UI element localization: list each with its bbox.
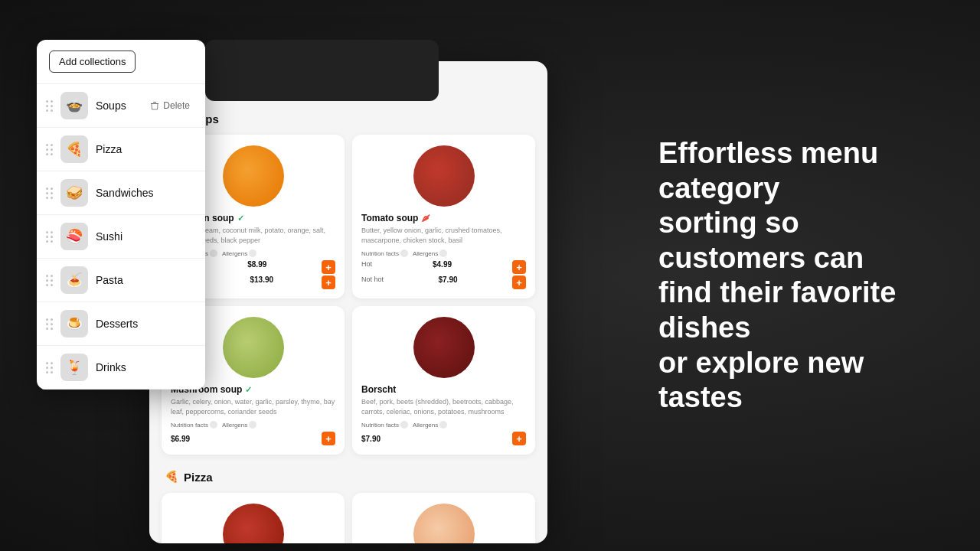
collection-name-soups: Soups (96, 99, 136, 112)
size-price: $13.90 (250, 276, 273, 289)
collection-item-sushi[interactable]: 🍣Sushi (37, 215, 205, 259)
food-image-pumpkin-soup (223, 145, 284, 207)
add-to-cart-button[interactable]: + (322, 432, 335, 445)
svg-rect-0 (151, 103, 158, 104)
collections-list: 🍲SoupsDelete🍕Pizza🥪Sandwiches🍣Sushi🍝Past… (37, 84, 205, 390)
size-price: $8.99 (247, 260, 266, 274)
collection-emoji-pasta: 🍝 (60, 266, 88, 294)
collection-name-sushi: Sushi (96, 230, 196, 243)
collection-emoji-sushi: 🍣 (60, 223, 88, 250)
size-price: $7.90 (439, 276, 458, 289)
collection-item-soups[interactable]: 🍲SoupsDelete (37, 84, 205, 128)
collection-item-desserts[interactable]: 🍮Desserts (37, 302, 205, 346)
menu-item-borscht: BorschtBeef, pork, beets (shredded), bee… (352, 306, 535, 455)
allergens: Allergens (222, 421, 256, 429)
panel-header: Add collections (37, 40, 205, 84)
menu-item-tomato-soup: Tomato soup 🌶Butter, yellow onion, garli… (352, 135, 535, 298)
food-image-tomato-soup (413, 145, 475, 207)
size-label: Hot (361, 260, 372, 274)
tagline-line3: find their favorite dishes (658, 276, 896, 344)
size-options: Hot$4.99+Not hot$7.90+ (361, 260, 526, 289)
food-img-wrap (352, 135, 535, 213)
collection-name-drinks: Drinks (96, 361, 196, 373)
item-name: Borscht (361, 384, 526, 395)
spicy-icon: 🌶 (421, 214, 430, 223)
price-row: $7.90+ (361, 432, 526, 445)
veg-icon: ✓ (237, 214, 244, 223)
size-label: Not hot (361, 276, 384, 289)
collection-emoji-sandwiches: 🥪 (60, 179, 88, 207)
collection-emoji-pizza: 🍕 (60, 135, 88, 163)
food-image-pepperoni (223, 504, 284, 543)
add-to-cart-button[interactable]: + (322, 260, 335, 274)
nutrition-row: Nutrition facts Allergens (361, 421, 526, 429)
menu-content: 🍲SoupsPumpkin soup ✓Pumpkin cream, cocon… (149, 104, 547, 543)
add-to-cart-button[interactable]: + (512, 260, 526, 274)
drag-handle (46, 100, 53, 112)
nutrition-facts: Nutrition facts (361, 249, 408, 257)
food-image-margarita (413, 504, 475, 543)
item-description: Butter, yellow onion, garlic, crushed to… (361, 226, 526, 245)
food-image-mushroom-soup (223, 317, 284, 378)
drag-handle (46, 231, 53, 243)
add-to-cart-button[interactable]: + (512, 276, 526, 289)
menu-card-body: Mushroom soup ✓Garlic, celery, onion, wa… (162, 384, 345, 455)
food-img-wrap (352, 306, 535, 384)
tagline-line1: Effortless menu category (658, 137, 878, 204)
collection-emoji-desserts: 🍮 (60, 310, 88, 337)
tagline-line4: or explore new tastes (658, 346, 864, 413)
veg-icon: ✓ (245, 385, 252, 395)
nutrition-row: Nutrition facts Allergens (361, 249, 526, 257)
food-image-borscht (413, 317, 475, 378)
collection-emoji-drinks: 🍹 (60, 354, 88, 381)
add-to-cart-button[interactable]: + (322, 276, 335, 289)
menu-panel[interactable]: Menu 🍲SoupsPumpkin soup ✓Pumpkin cream, … (149, 61, 547, 543)
tagline-section: Effortless menu category sorting so cust… (658, 136, 934, 416)
section-header-pizza: 🍕Pizza (149, 462, 547, 488)
price-row: $6.99+ (171, 432, 335, 445)
collection-name-pizza: Pizza (96, 143, 196, 155)
item-description: Garlic, celery, onion, water, garlic, pa… (171, 397, 335, 416)
drag-handle (46, 362, 53, 373)
size-price-line: Not hot$7.90+ (361, 276, 526, 289)
collection-name-sandwiches: Sandwiches (96, 187, 196, 199)
allergens: Allergens (222, 249, 256, 257)
nutrition-row: Nutrition facts Allergens (171, 421, 335, 429)
food-img-wrap (162, 493, 345, 543)
menu-items-grid-pizza: From Chef♥ 41Pepperoni 🌶Pepperoni, shred… (149, 488, 547, 543)
menu-card-body: Tomato soup 🌶Butter, yellow onion, garli… (352, 213, 535, 298)
section-header-soups: 🍲Soups (149, 104, 547, 130)
menu-item-margarita: Margarita ✓Crushed tomatoes, mozzarella,… (352, 493, 535, 543)
price-value: $7.90 (361, 435, 381, 443)
food-img-wrap (352, 493, 535, 543)
drag-handle (46, 275, 53, 286)
collection-item-sandwiches[interactable]: 🥪Sandwiches (37, 171, 205, 215)
drag-handle (46, 318, 53, 330)
dark-overlay-card (205, 40, 439, 101)
allergens: Allergens (413, 249, 447, 257)
collection-emoji-soups: 🍲 (60, 92, 88, 119)
item-name: Tomato soup 🌶 (361, 213, 526, 223)
menu-card-body: BorschtBeef, pork, beets (shredded), bee… (352, 384, 535, 455)
drag-handle (46, 187, 53, 199)
size-price-line: Hot$4.99+ (361, 260, 526, 274)
section-emoji: 🍕 (165, 470, 179, 484)
tagline-text: Effortless menu category sorting so cust… (658, 136, 934, 416)
delete-label: Delete (163, 100, 190, 111)
trash-icon (150, 101, 159, 110)
add-to-cart-button[interactable]: + (512, 432, 526, 445)
menu-item-pepperoni: From Chef♥ 41Pepperoni 🌶Pepperoni, shred… (162, 493, 345, 543)
drag-handle (46, 144, 53, 155)
collection-item-drinks[interactable]: 🍹Drinks (37, 346, 205, 390)
collection-name-desserts: Desserts (96, 318, 196, 330)
add-collections-button[interactable]: Add collections (49, 51, 136, 73)
collections-panel: Add collections 🍲SoupsDelete🍕Pizza🥪Sandw… (37, 40, 205, 390)
item-description: Beef, pork, beets (shredded), beetroots,… (361, 397, 526, 416)
nutrition-facts: Nutrition facts (361, 421, 408, 429)
price-value: $6.99 (171, 435, 190, 443)
allergens: Allergens (413, 421, 447, 429)
size-price: $4.99 (433, 260, 452, 274)
delete-button[interactable]: Delete (144, 97, 196, 114)
collection-item-pasta[interactable]: 🍝Pasta (37, 259, 205, 302)
collection-item-pizza[interactable]: 🍕Pizza (37, 128, 205, 171)
